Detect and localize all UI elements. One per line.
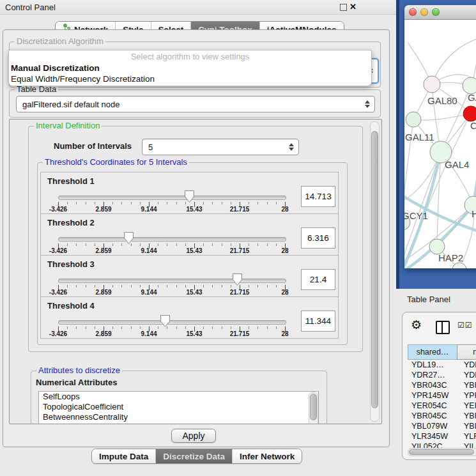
- tick-mark: [176, 285, 177, 288]
- network-node-gal11[interactable]: [406, 112, 421, 127]
- tick-label: 2.859: [95, 206, 111, 213]
- table-row[interactable]: YDR27…YDR2: [408, 370, 476, 380]
- tick-label: 9.144: [141, 247, 157, 254]
- table-row[interactable]: YLR345WYLR3: [408, 431, 476, 441]
- tick-mark: [267, 285, 268, 288]
- close-panel-icon[interactable]: ✕: [349, 2, 357, 12]
- tick-label: 21.715: [230, 330, 250, 337]
- threshold-3-value-field[interactable]: 21.4: [301, 269, 335, 290]
- tick-mark: [95, 285, 95, 288]
- threshold-2-row: Threshold 2-3.4262.8599.14415.4321.71528…: [40, 213, 339, 256]
- tick-mark: [140, 202, 141, 204]
- table-cell: YDR2: [460, 370, 476, 380]
- float-window-icon[interactable]: [340, 4, 347, 11]
- table-row[interactable]: YPR145WYPR1: [408, 390, 476, 401]
- threshold-1-slider-track[interactable]: [58, 196, 286, 200]
- cyni-mode-tabs: Impute DataDiscretize DataInfer Network: [91, 449, 302, 464]
- numerical-attribute-betweennesscentrality[interactable]: BetweennessCentrality: [39, 412, 318, 422]
- tick-label: -3.426: [49, 330, 67, 337]
- threshold-2-slider-track[interactable]: [58, 237, 286, 242]
- dropdown-option-equal-width-frequency[interactable]: Equal Width/Frequency Discretization: [9, 73, 371, 84]
- threshold-4-slider-track[interactable]: [58, 320, 286, 325]
- mode-tab-discretize-data[interactable]: Discretize Data: [156, 449, 233, 463]
- node-label-h: H: [472, 208, 476, 219]
- mode-tab-label: Impute Data: [99, 452, 148, 461]
- minimize-traffic-light-icon[interactable]: [420, 8, 428, 16]
- tick-label: 15.43: [186, 247, 202, 254]
- table-cell: YER0: [460, 401, 476, 411]
- column-header-shared[interactable]: shared…: [408, 344, 457, 360]
- threshold-3-slider-track[interactable]: [58, 279, 286, 283]
- tick-mark: [276, 243, 277, 246]
- tick-mark: [185, 326, 186, 329]
- threshold-4-slider-handle[interactable]: [160, 314, 171, 330]
- mode-tab-impute-data[interactable]: Impute Data: [92, 449, 156, 463]
- threshold-1-slider-handle[interactable]: [184, 190, 195, 205]
- node-label-c: C: [470, 120, 476, 131]
- tick-mark: [112, 243, 113, 246]
- table-row[interactable]: YBR045CYBR0: [408, 411, 476, 421]
- tick-mark: [176, 243, 177, 246]
- dropdown-placeholder: Select algorithm to view settings: [9, 50, 371, 63]
- tick-mark: [249, 326, 249, 329]
- network-node-c-red[interactable]: [463, 106, 476, 121]
- tick-mark: [76, 285, 77, 288]
- tick-label: 2.859: [95, 289, 111, 296]
- table-cell: YPR145W: [408, 390, 460, 401]
- tick-mark: [231, 243, 231, 246]
- threshold-1-value-field[interactable]: 14.713: [301, 186, 335, 207]
- table-data-combo[interactable]: galFiltered.sif default node: [16, 96, 375, 112]
- threshold-3-slider-handle[interactable]: [232, 273, 243, 288]
- table-row[interactable]: YBL079WYBL0: [408, 421, 476, 431]
- network-window-titlebar[interactable]: [404, 5, 476, 20]
- table-cell: YBR0: [460, 411, 476, 421]
- apply-button[interactable]: Apply: [171, 429, 216, 443]
- numerical-attribute-topologicalcoefficient[interactable]: TopologicalCoefficient: [39, 402, 318, 412]
- attributes-list-scrollbar[interactable]: [309, 392, 318, 424]
- table-row[interactable]: YBR043CYBR0: [408, 380, 476, 390]
- dropdown-option-manual-discretization[interactable]: Manual Discretization: [9, 63, 371, 73]
- checkbox-icons[interactable]: ☑☑: [457, 321, 473, 330]
- number-of-intervals-combo[interactable]: 5: [142, 139, 299, 155]
- tick-label: 21.715: [230, 206, 250, 213]
- mode-tab-infer-network[interactable]: Infer Network: [233, 449, 302, 463]
- zoom-traffic-light-icon[interactable]: [432, 8, 440, 16]
- tick-mark: [86, 202, 86, 204]
- close-traffic-light-icon[interactable]: [409, 8, 417, 16]
- tick-mark: [131, 202, 132, 204]
- interval-definition-title: Interval Definition: [34, 121, 102, 130]
- scrollbar-thumb[interactable]: [310, 394, 317, 420]
- scrollbar-thumb[interactable]: [409, 449, 474, 455]
- network-node-gal80[interactable]: [424, 76, 440, 93]
- scrollbar-thumb[interactable]: [371, 131, 378, 408]
- threshold-label: Threshold 2: [47, 218, 95, 227]
- columns-icon[interactable]: [436, 321, 450, 334]
- table-data-group: Table Data galFiltered.sif default node: [9, 89, 381, 118]
- tick-mark: [76, 202, 77, 204]
- settings-panel-scrollbar[interactable]: [370, 121, 380, 422]
- network-node-node[interactable]: [452, 263, 466, 268]
- numerical-attribute-selfloops[interactable]: SelfLoops: [39, 392, 318, 402]
- column-header-name[interactable]: name: [457, 344, 476, 360]
- table-cell: YBR045C: [408, 411, 460, 421]
- table-cell: YBL0: [460, 421, 476, 431]
- tick-mark: [176, 202, 177, 204]
- node-attribute-table: shared…nameYDL19…YDL1YDR27…YDR2YBR043CYB…: [408, 344, 476, 449]
- table-row[interactable]: YDL19…YDL1: [408, 360, 476, 370]
- tick-label: -3.426: [49, 289, 67, 296]
- threshold-2-slider-handle[interactable]: [123, 231, 134, 247]
- tick-mark: [167, 243, 167, 246]
- tick-label: 28: [281, 206, 288, 213]
- table-horizontal-scrollbar[interactable]: [408, 448, 476, 456]
- numerical-attributes-list[interactable]: SelfLoopsTopologicalCoefficientBetweenne…: [38, 391, 319, 424]
- threshold-4-value-field[interactable]: 11.344: [301, 311, 335, 332]
- gear-icon[interactable]: ⚙: [411, 318, 422, 332]
- table-row[interactable]: YER054CYER0: [408, 401, 476, 411]
- network-edge[interactable]: [413, 114, 471, 120]
- tick-mark: [222, 243, 222, 246]
- tick-label: 28: [281, 247, 288, 254]
- tick-mark: [131, 326, 132, 329]
- tick-mark: [276, 202, 277, 204]
- threshold-2-value-field[interactable]: 6.316: [301, 227, 335, 249]
- network-canvas[interactable]: GAL80GACGAL11GAL4GCY1HHAP2: [404, 20, 476, 268]
